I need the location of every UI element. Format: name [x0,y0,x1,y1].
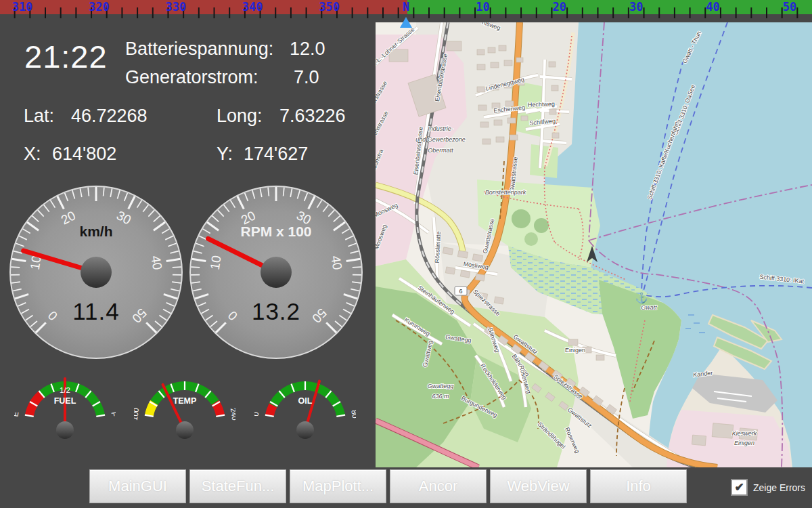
generator-label: Generatorstrom: [125,67,258,88]
svg-text:100: 100 [134,407,140,421]
svg-text:80: 80 [350,409,356,419]
anchor-icon: ⚓ [635,292,648,304]
statefun-button[interactable]: StateFun... [189,469,286,503]
long-label: Long: [217,106,263,127]
clock: 21:22 [24,38,108,75]
svg-text:10: 10 [208,255,224,271]
y-label: Y: [217,144,233,165]
info-button[interactable]: Info [590,469,687,503]
svg-text:FUEL: FUEL [54,396,76,406]
y-value: 174'627 [244,144,308,165]
map-label: Hechtweg [528,100,555,108]
svg-text:350: 350 [319,0,340,14]
svg-text:40: 40 [706,0,719,14]
svg-text:0: 0 [254,411,260,417]
generator-value: 7.0 [294,67,319,88]
map-label: Einigen [734,440,754,446]
map-label: Gwattegg [428,383,454,389]
rpm-gauge-value: 13.2 [188,298,364,325]
oil-gauge: 080OIL [254,371,356,452]
fuel-gauge: EF1/2FUEL [14,371,116,452]
webview-button[interactable]: WebView [490,469,587,503]
lat-value: 46.72268 [71,106,148,127]
ancor-button[interactable]: Ancor [390,469,487,503]
rpm-gauge-unit: RPM x 100 [188,224,364,240]
map-view[interactable]: ⚓ 6 Dr.-L.-Lohner-StrasseEisenbahnstrass… [376,22,812,467]
checkmark-icon: ✔ [734,480,744,494]
svg-text:30: 30 [629,0,643,14]
svg-text:320: 320 [89,0,110,14]
map-label: Obermatt [428,147,453,154]
route-shield-number: 6 [459,288,462,295]
svg-text:40: 40 [148,255,164,271]
svg-text:OIL: OIL [298,396,313,406]
svg-text:20: 20 [553,0,566,14]
svg-text:10: 10 [476,0,489,14]
lat-label: Lat: [24,106,54,127]
rpm-gauge: 01020304050 RPM x 100 13.2 [188,184,364,360]
x-label: X: [24,144,41,165]
map-label: Bonstettenpark [485,189,526,196]
battery-value: 12.0 [290,39,325,60]
svg-text:N: N [403,0,409,14]
map-label: 636 m [432,393,449,400]
map-label: Kieswerk [732,430,757,437]
svg-text:E: E [14,411,20,417]
x-value: 614'802 [52,144,116,165]
map-label: Einigen [565,347,585,354]
svg-text:40: 40 [328,255,344,271]
svg-text:330: 330 [165,0,186,14]
bottom-toolbar: MainGUI StateFun... MapPlott... Ancor We… [89,469,687,503]
battery-label: Batteriespannung: [125,39,273,60]
svg-text:340: 340 [242,0,263,14]
maingui-button[interactable]: MainGUI [89,469,186,503]
svg-text:1/2: 1/2 [60,386,70,394]
speed-gauge-unit: km/h [8,224,184,240]
svg-text:240: 240 [229,407,235,421]
svg-text:310: 310 [12,0,33,14]
zeige-errors-checkbox[interactable]: ✔ [731,479,748,496]
svg-text:F: F [110,411,116,417]
compass-ribbon: 310320330340350N1020304050 [0,0,812,31]
zeige-errors-label: Zeige Errors [753,482,805,493]
speed-gauge: 01020304050 km/h 11.4 [8,184,184,360]
temp-gauge: 100240TEMP [134,371,235,452]
mapplotter-button[interactable]: MapPlott... [290,469,386,503]
svg-text:TEMP: TEMP [173,396,197,406]
map-label: und Gewerbezone [415,136,466,143]
map-label: Industrie- [428,125,453,132]
speed-gauge-value: 11.4 [8,298,184,325]
svg-text:50: 50 [783,0,796,14]
map-label: Gwatt [641,304,657,311]
long-value: 7.63226 [279,106,346,127]
